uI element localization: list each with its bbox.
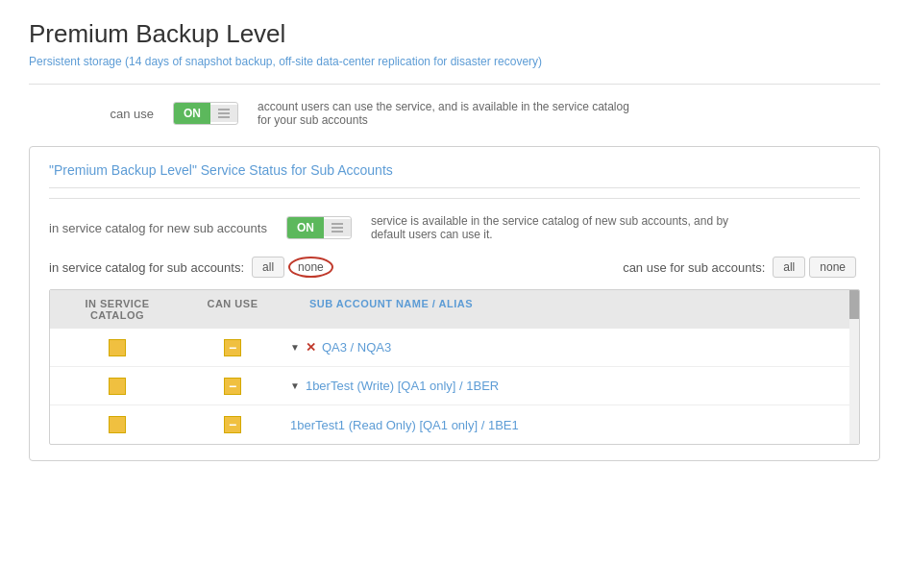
header-catalog: IN SERVICECATALOG: [60, 298, 175, 321]
account-name-cell: ▼ ✕ QA3 / NQA3: [290, 340, 840, 355]
bar-icon: [332, 227, 343, 229]
header-name: SUB ACCOUNT NAME / ALIAS: [290, 298, 849, 321]
yellow-square-icon: [109, 378, 126, 395]
catalog-filter-none[interactable]: none: [288, 257, 333, 278]
x-icon[interactable]: ✕: [306, 340, 316, 355]
bar-icon: [218, 116, 230, 118]
bar-icon: [218, 112, 230, 114]
catalog-toggle-off[interactable]: [324, 219, 351, 236]
catalog-toggle-on[interactable]: ON: [287, 217, 324, 238]
table-body: − ▼ ✕ QA3 / NQA3 − ▼ 1berTest (Writ: [50, 329, 859, 444]
catalog-filter-label: in service catalog for sub accounts:: [49, 260, 244, 275]
use-filter-none[interactable]: none: [809, 257, 856, 278]
use-filter-group: can use for sub accounts: all none: [623, 257, 860, 278]
divider-top: [29, 84, 880, 85]
table-header: IN SERVICECATALOG CAN USE SUB ACCOUNT NA…: [50, 290, 859, 329]
page-subtitle: Persistent storage (14 days of snapshot …: [29, 55, 880, 68]
can-use-label: can use: [38, 107, 173, 121]
can-use-description: account users can use the service, and i…: [258, 100, 642, 127]
catalog-new-row: in service catalog for new sub accounts …: [49, 214, 860, 241]
scrollbar-track[interactable]: [849, 290, 859, 444]
bar-icon: [332, 223, 343, 225]
use-filter-all[interactable]: all: [773, 257, 805, 278]
account-name-link[interactable]: 1berTest (Write) [QA1 only] / 1BER: [306, 379, 499, 393]
yellow-minus-icon: −: [224, 416, 241, 433]
use-filter-label: can use for sub accounts:: [623, 260, 765, 275]
use-icon-cell: −: [175, 416, 290, 433]
yellow-minus-icon: −: [224, 339, 241, 356]
divider-inner: [49, 198, 860, 199]
catalog-toggle[interactable]: ON: [286, 216, 352, 239]
yellow-minus-icon: −: [224, 378, 241, 395]
can-use-toggle[interactable]: ON: [173, 102, 238, 125]
expand-arrow-icon[interactable]: ▼: [290, 380, 300, 391]
sub-accounts-title: "Premium Backup Level" Service Status fo…: [49, 162, 860, 188]
can-use-row: can use ON account users can use the ser…: [29, 100, 880, 127]
accounts-table: IN SERVICECATALOG CAN USE SUB ACCOUNT NA…: [49, 289, 860, 445]
bar-icon: [332, 231, 343, 233]
account-name-link[interactable]: QA3 / NQA3: [322, 340, 391, 355]
scrollbar-thumb[interactable]: [849, 290, 859, 319]
page-title: Premium Backup Level: [29, 19, 880, 49]
account-name-link[interactable]: 1berTest1 (Read Only) [QA1 only] / 1BE1: [290, 418, 519, 432]
yellow-square-icon: [109, 416, 126, 433]
yellow-square-icon: [109, 339, 126, 356]
use-icon-cell: −: [175, 339, 290, 356]
header-can-use: CAN USE: [175, 298, 290, 321]
toggle-on-btn[interactable]: ON: [174, 103, 210, 124]
filter-row: in service catalog for sub accounts: all…: [49, 257, 860, 278]
catalog-icon-cell: [60, 416, 175, 433]
table-row: − ▼ ✕ QA3 / NQA3: [50, 329, 849, 367]
table-row: − ▼ 1berTest (Write) [QA1 only] / 1BER: [50, 367, 849, 405]
catalog-icon-cell: [60, 339, 175, 356]
account-name-cell: ▼ 1berTest (Write) [QA1 only] / 1BER: [290, 379, 840, 393]
catalog-new-label: in service catalog for new sub accounts: [49, 221, 286, 235]
expand-arrow-icon[interactable]: ▼: [290, 342, 300, 353]
account-name-cell: 1berTest1 (Read Only) [QA1 only] / 1BE1: [290, 418, 840, 432]
bar-icon: [218, 109, 230, 110]
sub-accounts-section: "Premium Backup Level" Service Status fo…: [29, 146, 880, 461]
catalog-icon-cell: [60, 378, 175, 395]
use-icon-cell: −: [175, 378, 290, 395]
catalog-filter-all[interactable]: all: [252, 257, 284, 278]
toggle-off-btn[interactable]: [210, 105, 237, 122]
catalog-new-desc: service is available in the service cata…: [371, 214, 755, 241]
table-row: − 1berTest1 (Read Only) [QA1 only] / 1BE…: [50, 405, 849, 444]
